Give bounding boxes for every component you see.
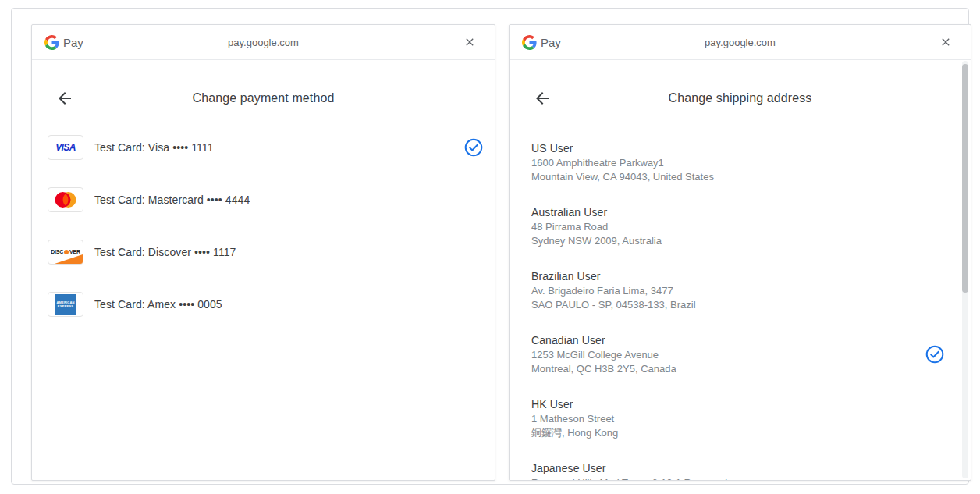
gpay-popup-container: Pay pay.google.com Change payment method… <box>11 8 969 485</box>
address-line1: 1600 Amphitheatre Parkway1 <box>531 156 714 170</box>
address-row-canadian[interactable]: Canadian User 1253 McGill College Avenue… <box>531 332 944 376</box>
address-line1: 1 Matheson Street <box>531 412 618 426</box>
panel-header: Pay pay.google.com <box>32 25 495 60</box>
origin-domain: pay.google.com <box>32 37 495 48</box>
address-line1: Roppongi Hills Mori Tower 6-10-1 Roppong… <box>531 476 727 481</box>
gpay-logo-text: Pay <box>541 36 561 49</box>
payment-method-label: Test Card: Discover •••• 1117 <box>94 246 483 258</box>
address-name: Australian User <box>531 204 662 220</box>
page-title: Change shipping address <box>669 91 812 105</box>
mastercard-logo-icon <box>48 187 83 212</box>
address-row-australian[interactable]: Australian User 48 Pirrama Road Sydney N… <box>531 204 944 248</box>
close-icon[interactable] <box>460 33 479 52</box>
address-row-us[interactable]: US User 1600 Amphitheatre Parkway1 Mount… <box>531 140 944 184</box>
payment-row-visa[interactable]: VISA Test Card: Visa •••• 1111 <box>32 121 495 173</box>
panel-header: Pay pay.google.com <box>510 25 971 60</box>
address-name: Japanese User <box>531 460 727 476</box>
address-line1: 48 Pirrama Road <box>531 220 662 234</box>
address-row-japanese[interactable]: Japanese User Roppongi Hills Mori Tower … <box>531 460 944 481</box>
address-line1: Av. Brigadeiro Faria Lima, 3477 <box>531 284 696 298</box>
payment-method-label: Test Card: Visa •••• 1111 <box>94 141 464 154</box>
address-name: Brazilian User <box>531 268 696 284</box>
payment-method-panel: Pay pay.google.com Change payment method… <box>31 24 495 481</box>
discover-o-dot <box>64 250 69 254</box>
payment-method-label: Test Card: Amex •••• 0005 <box>94 298 483 311</box>
payment-row-amex[interactable]: AMERICANEXPRESS Test Card: Amex •••• 000… <box>32 278 495 330</box>
address-line2: 銅鑼灣, Hong Kong <box>531 426 618 440</box>
payment-row-mastercard[interactable]: Test Card: Mastercard •••• 4444 <box>32 173 495 226</box>
back-arrow-icon[interactable] <box>533 89 552 108</box>
visa-logo-icon: VISA <box>48 135 83 160</box>
address-list: US User 1600 Amphitheatre Parkway1 Mount… <box>510 140 971 481</box>
address-row-brazilian[interactable]: Brazilian User Av. Brigadeiro Faria Lima… <box>531 268 944 312</box>
shipping-address-panel: Pay pay.google.com Change shipping addre… <box>509 24 971 481</box>
address-line2: Montreal, QC H3B 2Y5, Canada <box>531 362 676 376</box>
address-row-hk[interactable]: HK User 1 Matheson Street 銅鑼灣, Hong Kong <box>531 396 944 440</box>
list-divider <box>48 332 479 332</box>
payment-row-discover[interactable]: DISCVER Test Card: Discover •••• 1117 <box>32 226 495 278</box>
address-name: Canadian User <box>531 332 676 348</box>
close-icon[interactable] <box>936 33 955 52</box>
panel-title-row: Change shipping address <box>510 76 971 121</box>
gpay-logo: Pay <box>522 35 561 50</box>
selected-check-icon <box>464 138 483 157</box>
google-g-icon <box>44 35 59 50</box>
amex-logo-icon: AMERICANEXPRESS <box>48 292 83 317</box>
origin-domain: pay.google.com <box>510 37 971 48</box>
gpay-logo-text: Pay <box>63 36 83 49</box>
scrollbar-thumb[interactable] <box>962 64 968 293</box>
gpay-logo: Pay <box>44 35 83 50</box>
discover-logo-icon: DISCVER <box>48 240 83 265</box>
payment-method-list: VISA Test Card: Visa •••• 1111 Test Card… <box>32 121 495 332</box>
address-line1: 1253 McGill College Avenue <box>531 348 676 362</box>
scrollbar-track[interactable] <box>962 61 968 478</box>
address-name: HK User <box>531 396 618 412</box>
panel-title-row: Change payment method <box>32 76 495 121</box>
back-arrow-icon[interactable] <box>55 89 74 108</box>
payment-method-label: Test Card: Mastercard •••• 4444 <box>94 194 483 206</box>
page-title: Change payment method <box>193 91 335 105</box>
selected-check-icon <box>925 345 944 364</box>
google-g-icon <box>522 35 537 50</box>
address-line2: SÃO PAULO - SP, 04538-133, Brazil <box>531 298 696 312</box>
address-name: US User <box>531 140 714 156</box>
address-line2: Mountain View, CA 94043, United States <box>531 170 714 184</box>
discover-swoosh <box>55 254 83 264</box>
address-line2: Sydney NSW 2009, Australia <box>531 234 662 248</box>
